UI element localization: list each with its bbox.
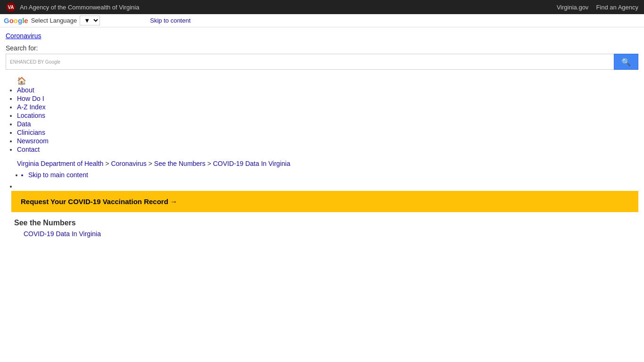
see-numbers-title: See the Numbers [14, 219, 638, 227]
nav-item-newsroom: Newsroom [17, 137, 638, 145]
site-title-link[interactable]: Coronavirus [6, 32, 41, 40]
site-title: Coronavirus [6, 32, 41, 40]
search-row: ENHANCED BY Google 🔍 [6, 54, 638, 70]
nav-link-newsroom[interactable]: Newsroom [17, 137, 49, 145]
nav-link-about[interactable]: About [17, 86, 34, 94]
nav-item-contact: Contact [17, 146, 638, 153]
search-icon: 🔍 [621, 58, 631, 66]
vaccination-record-banner[interactable]: Request Your COVID-19 Vaccination Record… [11, 191, 638, 212]
nav-link-how-do-i[interactable]: How Do I [17, 95, 44, 102]
search-input-wrapper: ENHANCED BY Google [6, 54, 614, 70]
search-input[interactable] [63, 58, 610, 66]
nav-item-about: About [17, 86, 638, 94]
nav-item-clinicians: Clinicians [17, 129, 638, 136]
skip-main-section: Skip to main content [0, 169, 644, 181]
nav-item-data: Data [17, 120, 638, 128]
nav-item-how-do-i: How Do I [17, 95, 638, 102]
select-language-label: Select Language [31, 17, 77, 24]
breadcrumb-vdh[interactable]: Virginia Department of Health [17, 160, 103, 167]
virginia-seal-icon: VA [6, 2, 16, 12]
search-section: Search for: ENHANCED BY Google 🔍 [0, 41, 644, 74]
nav-home[interactable]: 🏠 [17, 76, 638, 85]
svg-text:VA: VA [8, 5, 14, 10]
vaccination-section: Request Your COVID-19 Vaccination Record… [0, 181, 644, 214]
language-select[interactable]: ▼ [80, 16, 100, 25]
covid-data-link[interactable]: COVID-19 Data In Virginia [14, 230, 638, 238]
nav-link-az-index[interactable]: A-Z Index [17, 103, 46, 111]
nav-link-contact[interactable]: Contact [17, 146, 40, 153]
breadcrumb-sep-1: > [105, 160, 111, 167]
breadcrumb-covid-data[interactable]: COVID-19 Data In Virginia [213, 160, 290, 167]
vaccination-banner-item: Request Your COVID-19 Vaccination Record… [11, 191, 638, 212]
nav-section: 🏠 About How Do I A-Z Index Locations Dat… [0, 74, 644, 156]
nav-link-data[interactable]: Data [17, 120, 31, 128]
see-numbers-section: See the Numbers COVID-19 Data In Virgini… [0, 214, 644, 239]
google-logo: Google [4, 16, 28, 25]
translate-bar: Google Select Language ▼ Skip to content [0, 14, 644, 27]
site-header: Coronavirus [0, 27, 644, 41]
top-bar-right: Virginia.gov Find an Agency [557, 4, 638, 11]
breadcrumb: Virginia Department of Health > Coronavi… [0, 156, 644, 169]
home-icon: 🏠 [17, 77, 26, 85]
nav-link-locations[interactable]: Locations [17, 112, 45, 119]
virginia-gov-link[interactable]: Virginia.gov [557, 4, 589, 11]
find-agency-link[interactable]: Find an Agency [596, 4, 638, 11]
agency-text: An Agency of the Commonwealth of Virgini… [20, 4, 139, 11]
top-bar-left: VA An Agency of the Commonwealth of Virg… [6, 2, 139, 12]
top-bar: VA An Agency of the Commonwealth of Virg… [0, 0, 644, 14]
search-label: Search for: [6, 44, 638, 52]
nav-link-clinicians[interactable]: Clinicians [17, 129, 45, 136]
empty-bullet [17, 182, 638, 189]
breadcrumb-sep-2: > [149, 160, 154, 167]
nav-item-az-index: A-Z Index [17, 103, 638, 111]
skip-to-content-link[interactable]: Skip to content [150, 17, 190, 24]
search-button[interactable]: 🔍 [614, 54, 638, 70]
nav-item-locations: Locations [17, 112, 638, 119]
skip-to-main-link[interactable]: Skip to main content [28, 171, 638, 179]
breadcrumb-coronavirus[interactable]: Coronavirus [111, 160, 146, 167]
breadcrumb-see-numbers[interactable]: See the Numbers [154, 160, 206, 167]
breadcrumb-sep-3: > [207, 160, 213, 167]
enhanced-by-label: ENHANCED BY Google [10, 59, 60, 65]
